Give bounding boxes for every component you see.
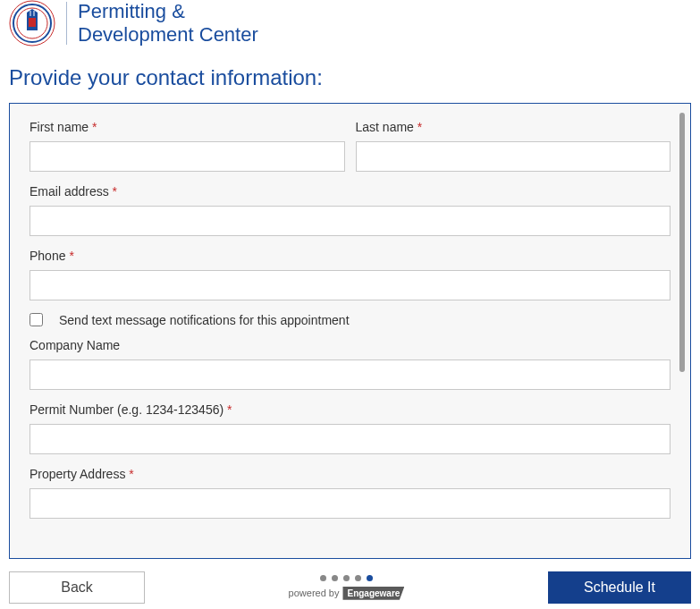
contact-form-panel: First name * Last name * Email address *… [9,103,691,559]
progress-dot [320,575,326,581]
sms-notifications-row: Send text message notifications for this… [30,313,670,327]
back-button[interactable]: Back [9,571,145,604]
permit-input[interactable] [30,424,670,454]
scrollbar[interactable] [679,113,685,372]
first-name-input[interactable] [30,141,345,172]
company-label: Company Name [30,338,670,352]
required-indicator: * [417,120,422,134]
last-name-input[interactable] [356,141,671,172]
footer: Back powered by Engageware Schedule It [0,559,700,609]
property-field-group: Property Address * [30,467,670,519]
page-title: Provide your contact information: [0,56,700,103]
email-field-group: Email address * [30,184,670,236]
required-indicator: * [113,184,117,199]
footer-center: powered by Engageware [289,575,405,600]
brand-line-1: Permitting & [78,0,258,23]
progress-dot [332,575,338,581]
required-indicator: * [227,402,232,417]
first-name-label: First name * [30,120,345,134]
powered-by: powered by Engageware [289,587,405,600]
phone-input[interactable] [30,270,670,300]
phone-label: Phone * [30,249,670,263]
email-label: Email address * [30,184,670,199]
required-indicator: * [129,467,133,481]
required-indicator: * [69,249,73,263]
brand-line-2: Development Center [78,23,258,47]
progress-dot [355,575,361,581]
permit-field-group: Permit Number (e.g. 1234-123456) * [30,402,670,454]
header: Permitting & Development Center [0,0,700,56]
property-input[interactable] [30,488,670,519]
progress-dots [320,575,373,581]
header-divider [66,2,67,45]
first-name-field-group: First name * [30,120,345,172]
powered-by-text: powered by [289,588,340,598]
last-name-label: Last name * [356,120,671,134]
city-seal-logo [9,0,55,47]
phone-field-group: Phone * [30,249,670,300]
brand-title: Permitting & Development Center [78,0,258,47]
powered-by-brand-badge: Engageware [342,587,404,600]
email-input[interactable] [30,206,670,236]
property-label: Property Address * [30,467,670,481]
company-input[interactable] [30,359,670,390]
company-field-group: Company Name [30,338,670,390]
sms-notifications-label: Send text message notifications for this… [59,313,350,327]
last-name-field-group: Last name * [356,120,671,172]
progress-dot-active [367,575,373,581]
permit-label: Permit Number (e.g. 1234-123456) * [30,402,670,417]
schedule-it-button[interactable]: Schedule It [548,571,691,604]
progress-dot [343,575,350,581]
required-indicator: * [92,120,97,134]
sms-notifications-checkbox[interactable] [30,313,43,326]
